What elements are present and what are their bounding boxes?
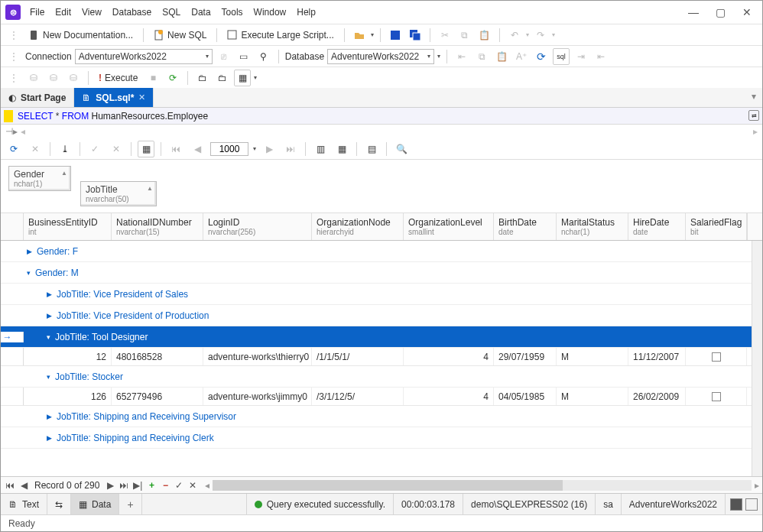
reject-icon[interactable]: ✕ xyxy=(108,141,125,157)
font-icon[interactable]: A⁺ xyxy=(513,48,530,65)
hscroll-right-icon[interactable]: ▸ xyxy=(752,480,762,491)
nav-last-icon[interactable]: ⏭ xyxy=(118,480,130,491)
paste-icon[interactable]: 📋 xyxy=(476,27,493,44)
overwrite-toggle-icon[interactable]: ⇄ xyxy=(748,110,759,121)
execute-button[interactable]: ! Execute xyxy=(95,70,141,86)
tab-menu-icon[interactable]: ▾ xyxy=(745,88,762,107)
indent-left-icon[interactable]: ⇤ xyxy=(453,48,470,65)
nav-append-icon[interactable]: ▶| xyxy=(131,480,144,491)
group-row-gender-m[interactable]: ▾Gender: M xyxy=(1,262,752,284)
new-sql-button[interactable]: New SQL xyxy=(150,28,210,43)
connect-icon[interactable]: ⚲ xyxy=(255,48,272,65)
group-row-job-3[interactable]: ▾JobTitle: Stocker xyxy=(1,366,752,388)
cancel-grid-icon[interactable]: ✕ xyxy=(27,141,44,157)
menu-sql[interactable]: SQL xyxy=(162,7,180,18)
page-size-input[interactable] xyxy=(210,142,248,156)
folder-sql-icon[interactable]: 🗀 xyxy=(214,70,231,86)
save-all-icon[interactable] xyxy=(407,27,424,44)
splitter-bar[interactable]: ⊣▸◂ ▸ xyxy=(1,125,762,138)
menu-view[interactable]: View xyxy=(82,7,102,18)
cut-icon[interactable]: ✂ xyxy=(437,27,453,44)
group-row-job-1[interactable]: ▶JobTitle: Vice President of Production xyxy=(1,305,752,326)
hscroll-left-icon[interactable]: ◂ xyxy=(202,480,213,491)
maximize-icon[interactable]: ▢ xyxy=(716,6,726,18)
nav-cancel-icon[interactable]: ✕ xyxy=(187,480,199,491)
group-chip-gender[interactable]: Gender nchar(1) ▲ xyxy=(8,166,71,191)
table-row[interactable]: 126 652779496 adventure-works\jimmy0 /3/… xyxy=(1,388,752,406)
layout-mode-2-icon[interactable] xyxy=(745,498,758,511)
group-panel[interactable]: Gender nchar(1) ▲ JobTitle nvarchar(50) … xyxy=(1,160,762,213)
connection-combo[interactable]: AdventureWorks2022▾ xyxy=(75,49,213,64)
refresh-grid-icon[interactable]: ⟳ xyxy=(5,141,22,157)
menu-window[interactable]: Window xyxy=(254,7,287,18)
layout1-icon[interactable]: ▥ xyxy=(312,141,329,157)
column-header[interactable]: OrganizationLevelsmallint xyxy=(404,213,494,240)
outdent-icon[interactable]: ⇤ xyxy=(593,48,609,65)
cylinder3-icon[interactable]: ⛁ xyxy=(65,70,82,86)
column-header[interactable]: BusinessEntityIDint xyxy=(24,213,112,240)
new-documentation-button[interactable]: New Documentation... xyxy=(25,28,137,43)
nav-add-icon[interactable]: + xyxy=(145,480,157,491)
column-header[interactable]: BirthDatedate xyxy=(494,213,557,240)
nav-first-icon[interactable]: ⏮ xyxy=(4,480,16,491)
tab-sql[interactable]: 🗎 SQL.sql* ✕ xyxy=(74,88,154,107)
column-header[interactable]: SalariedFlagbit xyxy=(686,213,747,240)
group-row-job-4[interactable]: ▶JobTitle: Shipping and Receiving Superv… xyxy=(1,406,752,427)
indent-icon[interactable]: ⇥ xyxy=(573,48,589,65)
open-icon[interactable] xyxy=(351,27,368,44)
nav-remove-icon[interactable]: − xyxy=(159,480,171,491)
export-icon[interactable]: ⤓ xyxy=(57,141,73,157)
cylinder2-icon[interactable]: ⛁ xyxy=(45,70,62,86)
nav-commit-icon[interactable]: ✓ xyxy=(173,480,185,491)
tab-swap[interactable]: ⇆ xyxy=(47,494,71,514)
tab-text[interactable]: 🗎Text xyxy=(1,494,47,514)
database-combo[interactable]: AdventureWorks2022▾ xyxy=(327,49,434,64)
redo-icon[interactable]: ↷ xyxy=(532,27,549,44)
cylinder-icon[interactable]: ⛁ xyxy=(25,70,42,86)
group-row-job-0[interactable]: ▶JobTitle: Vice President of Sales xyxy=(1,284,752,305)
menu-edit[interactable]: Edit xyxy=(55,7,71,18)
close-tab-icon[interactable]: ✕ xyxy=(138,92,145,102)
layout-mode-1-icon[interactable] xyxy=(730,498,742,511)
sql-editor[interactable]: SELECT * FROM HumanResources.Employee ⇄ xyxy=(1,108,762,125)
paste2-icon[interactable]: 📋 xyxy=(493,48,510,65)
next-page-icon[interactable]: ▶ xyxy=(261,141,278,157)
save-icon[interactable] xyxy=(387,27,404,44)
salaried-checkbox[interactable] xyxy=(712,352,721,362)
grid-view-icon[interactable]: ▦ xyxy=(138,141,154,157)
menu-data[interactable]: Data xyxy=(191,7,210,18)
group-row-job-5[interactable]: ▶JobTitle: Shipping and Receiving Clerk xyxy=(1,427,752,449)
first-page-icon[interactable]: ⏮ xyxy=(167,141,184,157)
tab-start-page[interactable]: ◐ Start Page xyxy=(1,88,74,107)
menu-file[interactable]: File xyxy=(30,7,44,18)
db-icon[interactable]: ⎚ xyxy=(216,48,232,65)
tab-data[interactable]: ▦Data xyxy=(71,494,119,514)
tab-add[interactable]: + xyxy=(119,494,141,514)
copy2-icon[interactable]: ⧉ xyxy=(473,48,490,65)
minimize-icon[interactable]: — xyxy=(688,6,699,18)
folder-icon[interactable]: 🗀 xyxy=(194,70,211,86)
execute-large-script-button[interactable]: Execute Large Script... xyxy=(223,28,337,43)
refresh-exec-icon[interactable]: ⟳ xyxy=(164,70,181,86)
menu-database[interactable]: Database xyxy=(112,7,151,18)
salaried-checkbox[interactable] xyxy=(712,392,721,401)
accept-icon[interactable]: ✓ xyxy=(86,141,103,157)
menu-tools[interactable]: Tools xyxy=(222,7,243,18)
search-grid-icon[interactable]: 🔍 xyxy=(393,141,410,157)
stop-icon[interactable]: ■ xyxy=(144,70,161,86)
refresh-icon[interactable]: ⟳ xyxy=(533,48,550,65)
nav-prev-icon[interactable]: ◀ xyxy=(18,480,30,491)
sql-mode-icon[interactable]: sql xyxy=(553,48,570,65)
table-row[interactable]: 12 480168528 adventure-works\thierry0 /1… xyxy=(1,348,752,366)
menu-help[interactable]: Help xyxy=(297,7,316,18)
column-header[interactable]: OrganizationNodehierarchyid xyxy=(312,213,404,240)
column-header[interactable]: HireDatedate xyxy=(628,213,686,240)
db-object-icon[interactable]: ▭ xyxy=(235,48,252,65)
group-chip-jobtitle[interactable]: JobTitle nvarchar(50) ▲ xyxy=(80,181,157,206)
copy-icon[interactable]: ⧉ xyxy=(456,27,473,44)
undo-icon[interactable]: ↶ xyxy=(506,27,523,44)
last-page-icon[interactable]: ⏭ xyxy=(282,141,299,157)
vertical-scrollbar[interactable] xyxy=(752,241,762,476)
grid-mode-icon[interactable]: ▦ xyxy=(234,70,251,86)
column-header[interactable]: NationalIDNumbernvarchar(15) xyxy=(112,213,203,240)
